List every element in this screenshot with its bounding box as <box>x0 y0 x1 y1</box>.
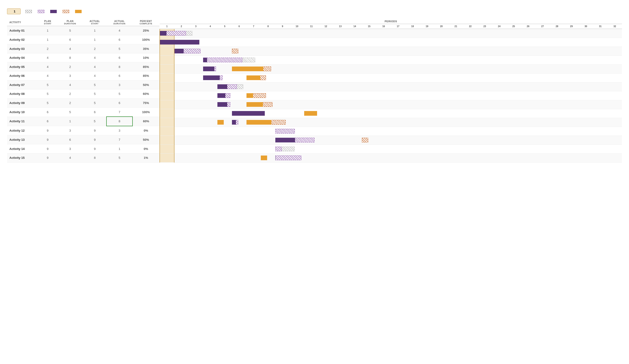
cell-actual_start-2: 2 <box>83 44 107 53</box>
gantt-cell-5-24 <box>492 73 507 82</box>
gantt-cell-11-8 <box>261 127 275 136</box>
cell-plan_start-11: 9 <box>38 126 57 135</box>
gantt-cell-14-32 <box>608 153 622 162</box>
gantt-cell-12-6 <box>232 136 247 145</box>
actual-beyond-swatch <box>63 10 69 13</box>
gantt-cell-6-20 <box>434 82 449 91</box>
gantt-cell-10-13 <box>333 118 347 127</box>
cell-actual_duration-10[interactable]: 8 <box>107 117 132 126</box>
activity-name-10: Activity 11 <box>7 117 38 126</box>
gantt-cell-0-10 <box>290 29 304 38</box>
gantt-cell-6-3 <box>188 82 203 91</box>
gantt-cell-6-16 <box>376 82 391 91</box>
gantt-cell-1-7 <box>247 38 261 47</box>
gantt-cell-8-32 <box>608 100 622 109</box>
period-highlight-box[interactable] <box>7 8 21 14</box>
table-row: Activity 04484610% <box>7 53 159 62</box>
gantt-cell-13-19 <box>420 145 434 153</box>
gantt-cell-0-20 <box>434 29 449 38</box>
pct-complete-swatch <box>50 10 57 13</box>
pct-complete-0: 25% <box>133 26 160 35</box>
gantt-cell-7-25 <box>506 91 521 100</box>
gantt-cell-0-19 <box>420 29 434 38</box>
cell-actual_duration-3: 6 <box>107 53 132 62</box>
gantt-cell-0-25 <box>506 29 521 38</box>
gantt-cell-12-30 <box>579 136 593 145</box>
gantt-cell-4-25 <box>506 64 521 73</box>
gantt-cell-12-9 <box>275 136 290 145</box>
pct-complete-11: 0% <box>133 126 160 135</box>
gantt-cell-14-5 <box>217 153 232 162</box>
gantt-cell-5-29 <box>564 73 579 82</box>
gantt-cell-10-31 <box>593 118 608 127</box>
col-actual-start: ACTUALSTART <box>83 19 107 26</box>
gantt-cell-3-8 <box>261 56 275 64</box>
period-header-15: 15 <box>362 24 376 29</box>
pct-complete-bar <box>203 76 220 80</box>
gantt-cell-12-12 <box>319 136 333 145</box>
period-header-19: 19 <box>420 24 434 29</box>
cell-actual_start-0: 1 <box>83 26 107 35</box>
gantt-cell-3-19 <box>420 56 434 64</box>
cell-actual_duration-0: 4 <box>107 26 132 35</box>
gantt-cell-0-5 <box>217 29 232 38</box>
gantt-row <box>160 136 622 145</box>
beyond-plan-bar <box>362 138 368 142</box>
gantt-cell-3-17 <box>391 56 406 64</box>
gantt-cell-2-21 <box>449 47 463 56</box>
gantt-cell-7-2 <box>174 91 189 100</box>
gantt-cell-7-11 <box>304 91 319 100</box>
period-header-16: 16 <box>376 24 391 29</box>
gantt-cell-10-6 <box>232 118 247 127</box>
gantt-cell-3-4 <box>203 56 218 64</box>
gantt-cell-14-26 <box>521 153 535 162</box>
main-content: ACTIVITY PLANSTART PLANDURATION ACTUALST… <box>7 19 622 163</box>
gantt-cell-10-18 <box>405 118 420 127</box>
gantt-cell-8-26 <box>521 100 535 109</box>
table-row: Activity 07545350% <box>7 80 159 90</box>
gantt-cell-3-23 <box>477 56 492 64</box>
gantt-cell-12-7 <box>247 136 261 145</box>
pct-complete-bar <box>160 31 166 36</box>
gantt-cell-4-16 <box>376 64 391 73</box>
gantt-cell-12-29 <box>564 136 579 145</box>
gantt-cell-2-12 <box>319 47 333 56</box>
gantt-cell-2-6 <box>232 47 247 56</box>
legend-pct-complete <box>50 10 58 13</box>
gantt-cell-13-26 <box>521 145 535 153</box>
gantt-cell-5-21 <box>449 73 463 82</box>
gantt-cell-2-29 <box>564 47 579 56</box>
gantt-cell-11-14 <box>347 127 362 136</box>
gantt-cell-12-31 <box>593 136 608 145</box>
gantt-cell-10-25 <box>506 118 521 127</box>
gantt-cell-1-6 <box>232 38 247 47</box>
gantt-cell-9-6 <box>232 109 247 118</box>
gantt-cell-4-9 <box>275 64 290 73</box>
period-highlight-input[interactable] <box>11 10 18 13</box>
gantt-cell-0-24 <box>492 29 507 38</box>
gantt-cell-8-28 <box>550 100 564 109</box>
gantt-cell-9-25 <box>506 109 521 118</box>
gantt-cell-1-24 <box>492 38 507 47</box>
period-header-4: 4 <box>203 24 218 29</box>
gantt-cell-5-1 <box>160 73 174 82</box>
gantt-cell-13-6 <box>232 145 247 153</box>
gantt-cell-12-23 <box>477 136 492 145</box>
gantt-cell-2-16 <box>376 47 391 56</box>
gantt-cell-10-28 <box>550 118 564 127</box>
gantt-cell-5-26 <box>521 73 535 82</box>
gantt-cell-3-20 <box>434 56 449 64</box>
cell-plan_start-4: 4 <box>38 62 57 72</box>
gantt-cell-1-22 <box>463 38 477 47</box>
gantt-cell-3-9 <box>275 56 290 64</box>
gantt-cell-6-18 <box>405 82 420 91</box>
gantt-cell-3-28 <box>550 56 564 64</box>
gantt-cell-4-11 <box>304 64 319 73</box>
gantt-cell-2-27 <box>535 47 550 56</box>
gantt-cell-3-31 <box>593 56 608 64</box>
gantt-cell-14-19 <box>420 153 434 162</box>
gantt-cell-3-14 <box>347 56 362 64</box>
gantt-cell-11-7 <box>247 127 261 136</box>
gantt-cell-3-29 <box>564 56 579 64</box>
gantt-cell-14-13 <box>333 153 347 162</box>
